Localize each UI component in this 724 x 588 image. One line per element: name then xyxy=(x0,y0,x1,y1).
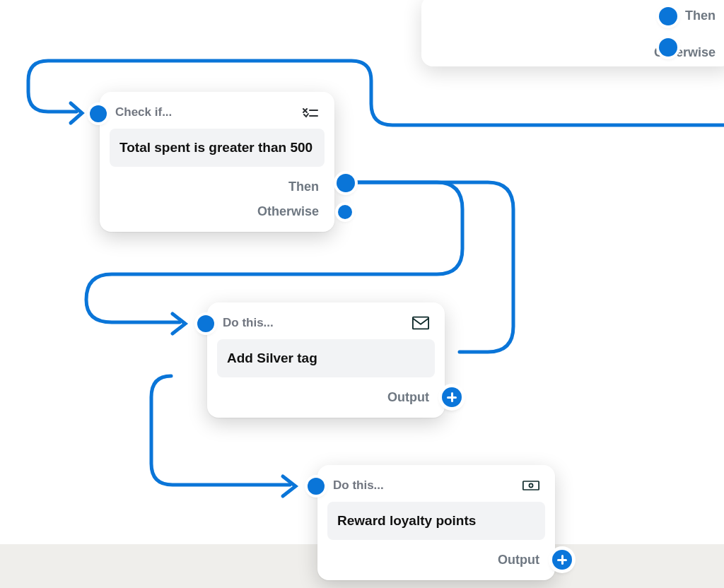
mail-icon xyxy=(412,315,429,331)
then-port-label: Then xyxy=(685,8,716,23)
upstream-condition-card[interactable]: Then Otherwise xyxy=(421,0,724,66)
card-header: Do this... xyxy=(223,316,274,330)
action-input-port[interactable] xyxy=(197,315,214,332)
action-card-add-silver-tag[interactable]: Do this... Add Silver tag Output xyxy=(207,302,445,418)
condition-expression[interactable]: Total spent is greater than 500 xyxy=(110,129,325,167)
then-port-label: Then xyxy=(288,180,319,194)
svg-rect-1 xyxy=(523,481,539,490)
action-expression[interactable]: Reward loyalty points xyxy=(327,502,545,540)
add-output-button[interactable] xyxy=(552,550,572,570)
add-output-button[interactable] xyxy=(442,387,462,407)
output-port-label: Output xyxy=(387,390,429,405)
otherwise-port[interactable] xyxy=(338,205,352,219)
payment-icon xyxy=(522,478,539,493)
action-input-port[interactable] xyxy=(308,478,325,495)
action-card-reward-loyalty[interactable]: Do this... Reward loyalty points Output xyxy=(317,465,555,580)
svg-point-2 xyxy=(529,483,532,487)
card-header: Check if... xyxy=(115,105,172,119)
action-expression[interactable]: Add Silver tag xyxy=(217,339,435,377)
otherwise-port[interactable] xyxy=(659,38,677,57)
condition-card[interactable]: Check if... Total spent is greater than … xyxy=(100,92,334,232)
otherwise-port-label: Otherwise xyxy=(257,204,319,219)
flow-canvas[interactable]: Then Otherwise Check if... Total spent i… xyxy=(0,0,724,588)
svg-rect-0 xyxy=(413,317,428,329)
card-header: Do this... xyxy=(333,478,384,493)
then-port[interactable] xyxy=(337,174,355,192)
then-port[interactable] xyxy=(659,7,677,25)
condition-input-port[interactable] xyxy=(90,105,107,122)
output-port-label: Output xyxy=(498,553,539,568)
condition-icon xyxy=(302,105,319,120)
